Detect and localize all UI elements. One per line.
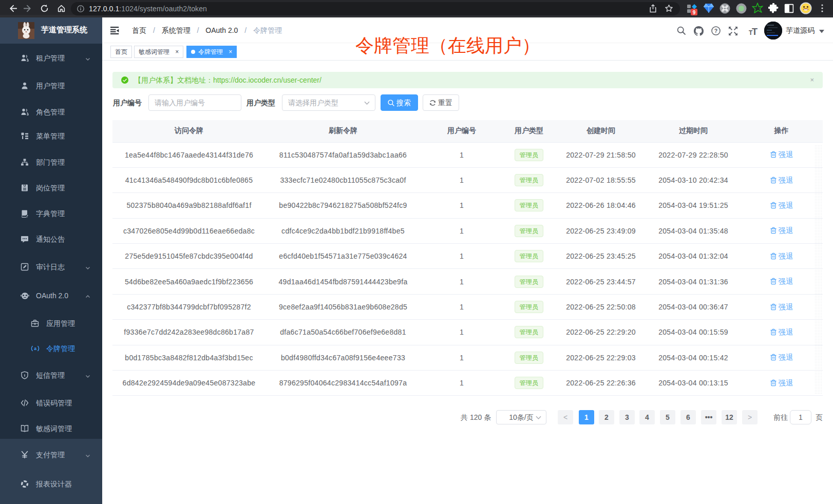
svg-text:9: 9 <box>693 10 696 15</box>
svg-text:T: T <box>752 27 758 36</box>
svg-text:a: a <box>34 346 36 351</box>
svg-text:?: ? <box>714 28 717 34</box>
